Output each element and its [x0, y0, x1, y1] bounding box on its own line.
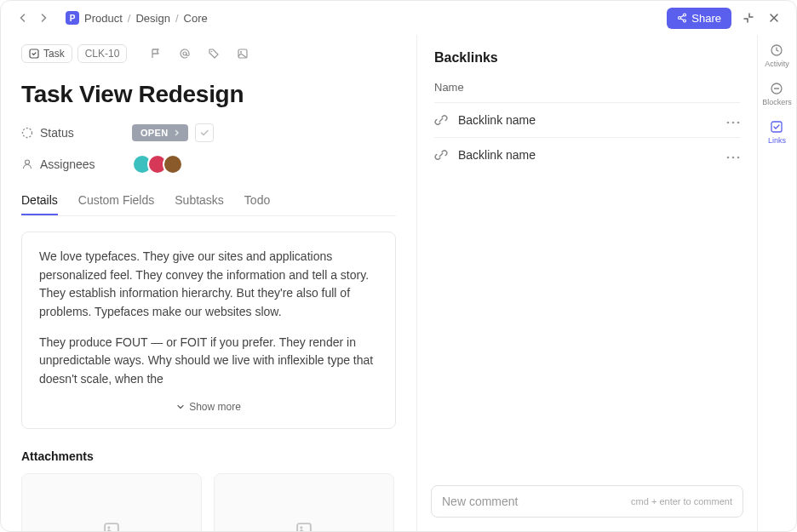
image-icon: [295, 521, 313, 531]
description-paragraph: We love typefaces. They give our sites a…: [39, 248, 378, 322]
tab-details[interactable]: Details: [21, 186, 58, 215]
task-icon: [29, 49, 39, 59]
person-icon: [21, 158, 33, 170]
assignee-avatars[interactable]: [132, 154, 183, 174]
mention-button[interactable]: [173, 42, 197, 66]
svg-point-14: [727, 157, 730, 159]
svg-point-4: [240, 51, 242, 53]
collapse-button[interactable]: [740, 9, 757, 26]
more-button[interactable]: [726, 113, 740, 127]
image-icon: [102, 521, 121, 531]
breadcrumb-item[interactable]: Design: [135, 12, 169, 25]
topbar: P Product / Design / Core Share: [1, 1, 796, 35]
rail-activity[interactable]: Activity: [765, 43, 789, 68]
more-icon: [726, 156, 740, 159]
nav-forward-button[interactable]: [35, 9, 52, 26]
breadcrumb: P Product / Design / Core: [66, 11, 208, 25]
breadcrumb-separator: /: [128, 12, 131, 25]
complete-checkbox[interactable]: [195, 123, 214, 142]
svg-point-13: [737, 122, 740, 124]
avatar[interactable]: [163, 154, 183, 174]
attachment-placeholder[interactable]: [21, 473, 202, 531]
close-button[interactable]: [765, 9, 783, 26]
tab-todo[interactable]: Todo: [244, 186, 270, 215]
project-badge: P: [66, 11, 79, 25]
link-icon: [434, 148, 448, 162]
rail-links[interactable]: Links: [768, 120, 786, 145]
backlinks-panel: Backlinks Name Backlink name Backlink na…: [416, 35, 757, 531]
check-icon: [199, 128, 209, 138]
task-title[interactable]: Task View Redesign: [21, 81, 396, 108]
chevron-down-icon: [176, 403, 185, 411]
description-box[interactable]: We love typefaces. They give our sites a…: [21, 232, 396, 429]
task-type-chip[interactable]: Task: [21, 44, 72, 63]
share-icon: [677, 13, 687, 23]
activity-icon: [770, 43, 783, 57]
flag-icon: [150, 48, 162, 60]
backlink-row[interactable]: Backlink name: [434, 137, 740, 172]
breadcrumb-item[interactable]: Core: [184, 12, 208, 25]
links-icon: [770, 120, 783, 134]
status-field: Status OPEN: [21, 123, 396, 142]
tag-icon: [208, 48, 220, 60]
attachments-heading: Attachments: [21, 449, 396, 463]
svg-rect-19: [771, 122, 782, 132]
svg-rect-7: [105, 523, 118, 531]
description-paragraph: They produce FOUT — or FOIT if you prefe…: [39, 334, 378, 389]
status-label: Status: [40, 126, 74, 140]
task-tabs: Details Custom Fields Subtasks Todo: [21, 186, 396, 216]
tag-button[interactable]: [202, 42, 226, 66]
svg-point-2: [211, 51, 213, 53]
svg-point-8: [107, 527, 110, 529]
comment-hint: cmd + enter to comment: [631, 496, 732, 506]
assignees-label: Assignees: [40, 157, 95, 171]
flag-button[interactable]: [144, 42, 168, 66]
backlinks-title: Backlinks: [434, 50, 740, 66]
backlink-row[interactable]: Backlink name: [434, 102, 740, 137]
svg-point-6: [26, 160, 30, 164]
chevron-right-icon: [173, 129, 180, 136]
backlink-name: Backlink name: [458, 148, 716, 162]
nav-back-button[interactable]: [14, 9, 32, 26]
image-icon: [237, 48, 249, 60]
image-button[interactable]: [231, 42, 255, 66]
task-detail-pane: Task CLK-10 Task View Redesign Status OP…: [1, 35, 416, 531]
svg-rect-0: [30, 49, 38, 58]
svg-point-12: [732, 122, 735, 124]
svg-point-16: [737, 157, 740, 159]
at-icon: [179, 48, 191, 60]
more-icon: [726, 121, 740, 124]
comment-placeholder: New comment: [442, 495, 518, 508]
tab-custom-fields[interactable]: Custom Fields: [78, 186, 154, 215]
svg-point-1: [183, 52, 186, 55]
task-id-chip[interactable]: CLK-10: [77, 44, 128, 63]
backlinks-header: Name: [434, 81, 740, 102]
more-button[interactable]: [726, 148, 740, 162]
tab-subtasks[interactable]: Subtasks: [175, 186, 224, 215]
backlink-name: Backlink name: [458, 113, 716, 127]
attachment-placeholder[interactable]: [214, 473, 394, 531]
status-icon: [21, 127, 33, 139]
assignees-field: Assignees: [21, 154, 396, 174]
comment-input[interactable]: New comment cmd + enter to comment: [431, 485, 743, 518]
breadcrumb-item[interactable]: Product: [84, 12, 123, 25]
blockers-icon: [770, 82, 783, 95]
svg-point-5: [23, 129, 32, 138]
rail-blockers[interactable]: Blockers: [762, 82, 792, 106]
svg-point-15: [732, 157, 735, 159]
svg-point-11: [727, 122, 730, 124]
link-icon: [434, 113, 448, 127]
svg-rect-9: [297, 523, 311, 531]
show-more-button[interactable]: Show more: [39, 401, 378, 413]
side-rail: Activity Blockers Links: [757, 35, 796, 531]
status-pill[interactable]: OPEN: [132, 124, 188, 141]
share-button[interactable]: Share: [667, 8, 731, 29]
svg-point-10: [300, 527, 302, 529]
breadcrumb-separator: /: [175, 12, 179, 25]
